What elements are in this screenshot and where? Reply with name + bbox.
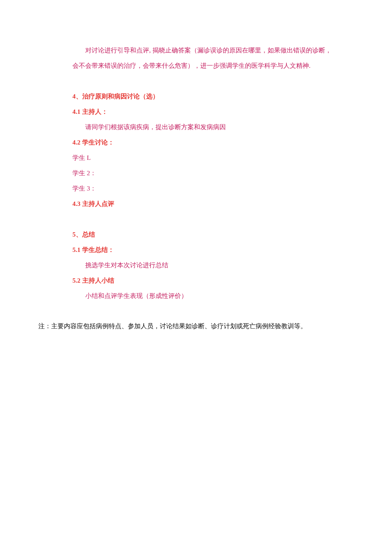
document-page: 对讨论进行引导和点评, 揭晓止确答案（漏诊误诊的原因在哪里，如果做出错误的诊断，… bbox=[0, 0, 392, 555]
footer-note: 注：主要内容应包括病例特点、参加人员，讨论结果如诊断、诊疗计划或死亡病例经验教训… bbox=[38, 318, 354, 334]
section4-1-body: 请同学们根据该病疾病，提出诊断方案和发病病因 bbox=[72, 119, 354, 135]
section4-3-heading: 4.3 主持人点评 bbox=[72, 196, 354, 211]
section5-2-body: 小结和点评学生表现（形成性评价） bbox=[72, 288, 354, 304]
section5-1-heading: 5.1 学生总结： bbox=[72, 242, 354, 257]
section4-1-heading: 4.1 主持人： bbox=[72, 104, 354, 119]
section5-heading: 5、总结 bbox=[72, 227, 354, 242]
student-2: 学生 2： bbox=[72, 165, 354, 181]
section3-intro-line2: 会不会带来错误的治疗，会带来什么危害），进一步强调学生的医学科学与人文精神. bbox=[72, 58, 354, 73]
section4-heading: 4、治疗原则和病因讨论（选） bbox=[72, 89, 354, 104]
spacer bbox=[72, 73, 354, 89]
section5-2-heading: 5.2 主持人小结 bbox=[72, 273, 354, 288]
section3-intro-line1: 对讨论进行引导和点评, 揭晓止确答案（漏诊误诊的原因在哪里，如果做出错误的诊断， bbox=[72, 43, 354, 58]
student-1: 学生 L bbox=[72, 150, 354, 165]
student-3: 学生 3： bbox=[72, 181, 354, 196]
section5-1-body: 挑选学生对本次讨论进行总结 bbox=[72, 257, 354, 273]
section4-2-heading: 4.2 学生讨论： bbox=[72, 135, 354, 150]
content-block: 对讨论进行引导和点评, 揭晓止确答案（漏诊误诊的原因在哪里，如果做出错误的诊断，… bbox=[38, 43, 354, 304]
spacer bbox=[72, 211, 354, 227]
